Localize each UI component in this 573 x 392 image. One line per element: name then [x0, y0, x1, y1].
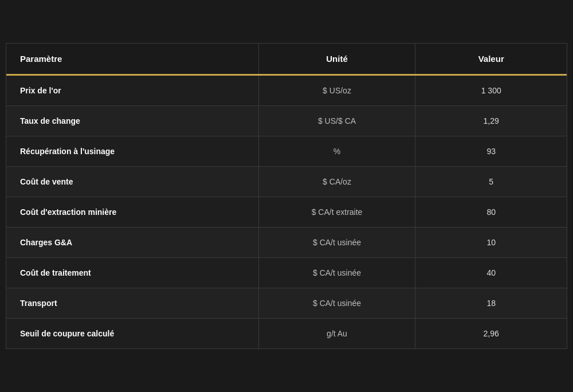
- table-row: Coût de traitement$ CA/t usinée40: [6, 258, 567, 288]
- table-row: Charges G&A$ CA/t usinée10: [6, 228, 567, 258]
- table-row: Transport$ CA/t usinée18: [6, 288, 567, 319]
- cell-parametre: Charges G&A: [6, 228, 258, 258]
- table-header-row: Paramètre Unité Valeur: [6, 44, 567, 75]
- cell-unite: $ US/oz: [258, 75, 415, 106]
- cell-unite: $ CA/oz: [258, 167, 415, 197]
- cell-unite: $ CA/t usinée: [258, 258, 415, 288]
- table-row: Prix de l'or$ US/oz1 300: [6, 75, 567, 106]
- cell-unite: $ US/$ CA: [258, 106, 415, 136]
- cell-valeur: 18: [415, 288, 567, 319]
- table-row: Coût de vente$ CA/oz5: [6, 167, 567, 197]
- cell-parametre: Transport: [6, 288, 258, 319]
- header-valeur: Valeur: [415, 44, 567, 75]
- cell-valeur: 1,29: [415, 106, 567, 136]
- cell-unite: g/t Au: [258, 319, 415, 349]
- cell-parametre: Taux de change: [6, 106, 258, 136]
- table-row: Taux de change$ US/$ CA1,29: [6, 106, 567, 136]
- cell-parametre: Prix de l'or: [6, 75, 258, 106]
- cell-parametre: Seuil de coupure calculé: [6, 319, 258, 349]
- cell-parametre: Coût de traitement: [6, 258, 258, 288]
- cell-valeur: 2,96: [415, 319, 567, 349]
- header-parametre: Paramètre: [6, 44, 258, 75]
- cell-valeur: 10: [415, 228, 567, 258]
- cell-unite: $ CA/t usinée: [258, 288, 415, 319]
- cell-unite: $ CA/t extraite: [258, 197, 415, 228]
- cell-valeur: 40: [415, 258, 567, 288]
- cell-valeur: 5: [415, 167, 567, 197]
- table-row: Seuil de coupure calculég/t Au2,96: [6, 319, 567, 349]
- cell-unite: %: [258, 136, 415, 167]
- cell-parametre: Récupération à l'usinage: [6, 136, 258, 167]
- table-row: Coût d'extraction minière$ CA/t extraite…: [6, 197, 567, 228]
- cell-valeur: 1 300: [415, 75, 567, 106]
- header-unite: Unité: [258, 44, 415, 75]
- cell-parametre: Coût d'extraction minière: [6, 197, 258, 228]
- cell-unite: $ CA/t usinée: [258, 228, 415, 258]
- cell-parametre: Coût de vente: [6, 167, 258, 197]
- table-row: Récupération à l'usinage%93: [6, 136, 567, 167]
- cell-valeur: 80: [415, 197, 567, 228]
- parameters-table: Paramètre Unité Valeur Prix de l'or$ US/…: [6, 43, 567, 349]
- cell-valeur: 93: [415, 136, 567, 167]
